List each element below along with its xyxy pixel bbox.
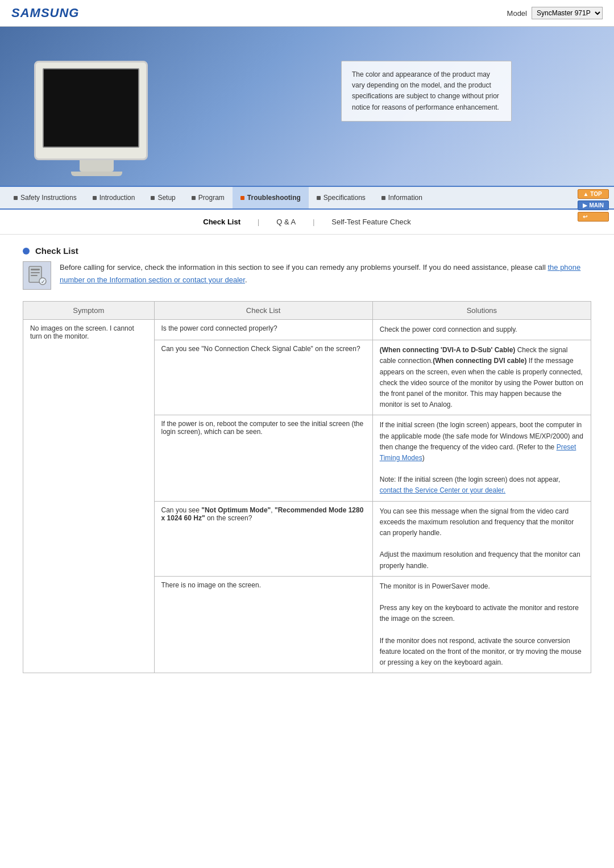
col-symptom: Symptom: [23, 302, 155, 320]
nav-dot-setup: [151, 196, 155, 200]
nav-item-setup[interactable]: Setup: [143, 187, 183, 208]
nav-dot-intro: [93, 196, 97, 200]
check-cell: If the power is on, reboot the computer …: [154, 415, 372, 501]
section-title: Check List: [35, 246, 78, 256]
hero-monitor-image: [34, 61, 159, 186]
nav-item-specs[interactable]: Specifications: [309, 187, 374, 208]
intro-text-end: .: [245, 276, 247, 284]
main-button[interactable]: ▶ MAIN: [578, 201, 609, 210]
samsung-logo: SAMSUNG: [11, 6, 79, 20]
hero-description: The color and appearance of the product …: [341, 61, 512, 122]
nav-label-specs: Specifications: [323, 194, 366, 202]
top-button[interactable]: ▲ TOP: [578, 189, 609, 199]
col-checklist: Check List: [154, 302, 372, 320]
nav-dot-program: [192, 196, 196, 200]
header: SAMSUNG Model SyncMaster 971P: [0, 0, 614, 27]
svg-rect-1: [31, 269, 40, 270]
sub-nav-sep1: |: [258, 218, 259, 226]
sub-nav-selftest[interactable]: Self-Test Feature Check: [326, 215, 416, 228]
intro-paragraph: Before calling for service, check the in…: [60, 261, 591, 286]
nav-label-troubleshooting: Troubleshooting: [247, 194, 301, 202]
table-row: No images on the screen. I cannot turn o…: [23, 320, 591, 340]
check-cell: There is no image on the screen.: [154, 576, 372, 673]
navbar: Safety Instructions Introduction Setup P…: [0, 186, 614, 210]
hero-banner: The color and appearance of the product …: [0, 27, 614, 186]
nav-dot-specs: [317, 196, 321, 200]
model-label: Model: [507, 9, 527, 18]
nav-label-setup: Setup: [157, 194, 175, 202]
main-content: Check List ✓ Before calling for service,…: [0, 235, 614, 685]
nav-item-program[interactable]: Program: [184, 187, 233, 208]
nav-item-intro[interactable]: Introduction: [85, 187, 143, 208]
sub-navbar: Check List | Q & A | Self-Test Feature C…: [0, 210, 614, 235]
nav-label-intro: Introduction: [99, 194, 135, 202]
solution-cell: Check the power cord connection and supp…: [372, 320, 591, 340]
nav-dot-troubleshooting: [240, 196, 244, 200]
check-cell: Can you see "Not Optimum Mode", "Recomme…: [154, 501, 372, 576]
svg-rect-3: [31, 275, 38, 276]
intro-text-before: Before calling for service, check the in…: [60, 263, 547, 272]
nav-label-safety: Safety Instructions: [20, 194, 77, 202]
nav-dot-safety: [14, 196, 18, 200]
sub-nav-checklist[interactable]: Check List: [197, 215, 246, 228]
intro-icon: ✓: [23, 261, 51, 290]
nav-item-safety[interactable]: Safety Instructions: [6, 187, 85, 208]
svg-text:✓: ✓: [41, 279, 45, 285]
section-dot-icon: [23, 248, 30, 254]
check-cell: Can you see "No Connection Check Signal …: [154, 340, 372, 415]
symptom-cell: No images on the screen. I cannot turn o…: [23, 320, 155, 673]
solution-link[interactable]: Preset Timing Modes: [380, 443, 576, 462]
nav-item-info[interactable]: Information: [374, 187, 430, 208]
table-header-row: Symptom Check List Solutions: [23, 302, 591, 320]
nav-label-info: Information: [388, 194, 422, 202]
model-selector: Model SyncMaster 971P: [507, 7, 603, 19]
col-solutions: Solutions: [372, 302, 591, 320]
solution-cell: You can see this message when the signal…: [372, 501, 591, 576]
nav-item-troubleshooting[interactable]: Troubleshooting: [233, 187, 309, 208]
model-dropdown[interactable]: SyncMaster 971P: [532, 7, 603, 19]
checklist-table: Symptom Check List Solutions No images o…: [23, 301, 591, 673]
check-list-intro: ✓ Before calling for service, check the …: [23, 261, 591, 290]
sub-nav-qa[interactable]: Q & A: [271, 215, 301, 228]
solution-link[interactable]: contact the Service Center or your deale…: [380, 486, 505, 494]
svg-rect-2: [31, 272, 40, 273]
solution-cell: (When connecting 'DVI-A to D-Sub' Cable)…: [372, 340, 591, 415]
nav-right-buttons: ▲ TOP ▶ MAIN ↩: [575, 187, 611, 224]
solution-cell: The monitor is in PowerSaver mode.Press …: [372, 576, 591, 673]
section-header: Check List: [23, 246, 591, 256]
nav-label-program: Program: [198, 194, 225, 202]
check-cell: Is the power cord connected properly?: [154, 320, 372, 340]
link-button[interactable]: ↩: [578, 212, 609, 222]
sub-nav-sep2: |: [313, 218, 314, 226]
solution-cell: If the initial screen (the login screen)…: [372, 415, 591, 501]
nav-dot-info: [381, 196, 385, 200]
